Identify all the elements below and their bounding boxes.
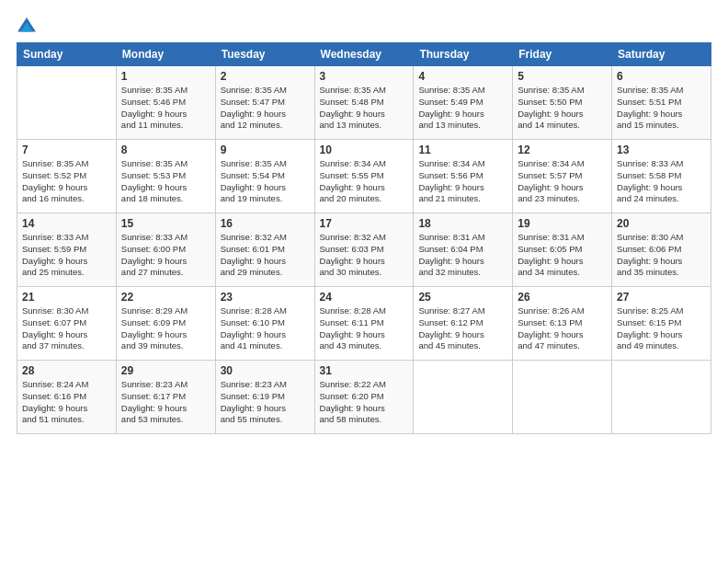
day-number: 10 bbox=[320, 144, 409, 156]
day-info: Sunrise: 8:32 AMSunset: 6:01 PMDaylight:… bbox=[221, 232, 310, 279]
day-number: 1 bbox=[121, 70, 210, 83]
day-cell: 6Sunrise: 8:35 AMSunset: 5:51 PMDaylight… bbox=[612, 66, 711, 140]
day-cell: 31Sunrise: 8:22 AMSunset: 6:20 PMDayligh… bbox=[314, 361, 414, 434]
day-number: 21 bbox=[22, 291, 111, 304]
day-number: 13 bbox=[617, 144, 706, 156]
day-number: 14 bbox=[22, 217, 111, 230]
day-info: Sunrise: 8:31 AMSunset: 6:04 PMDaylight:… bbox=[418, 232, 507, 279]
day-number: 19 bbox=[518, 217, 607, 230]
day-info: Sunrise: 8:25 AMSunset: 6:15 PMDaylight:… bbox=[617, 305, 706, 352]
day-number: 26 bbox=[518, 291, 607, 304]
week-row-2: 7Sunrise: 8:35 AMSunset: 5:52 PMDaylight… bbox=[17, 140, 711, 213]
header-cell-sunday: Sunday bbox=[17, 43, 117, 66]
day-info: Sunrise: 8:35 AMSunset: 5:54 PMDaylight:… bbox=[221, 158, 310, 205]
day-cell: 3Sunrise: 8:35 AMSunset: 5:48 PMDaylight… bbox=[314, 66, 414, 140]
page: SundayMondayTuesdayWednesdayThursdayFrid… bbox=[0, 0, 728, 563]
day-number: 27 bbox=[617, 291, 706, 304]
day-info: Sunrise: 8:35 AMSunset: 5:52 PMDaylight:… bbox=[22, 158, 111, 205]
day-number: 4 bbox=[418, 70, 507, 83]
header-cell-monday: Monday bbox=[116, 43, 215, 66]
header-cell-friday: Friday bbox=[513, 43, 612, 66]
day-number: 28 bbox=[22, 364, 111, 377]
day-info: Sunrise: 8:22 AMSunset: 6:20 PMDaylight:… bbox=[320, 379, 409, 426]
day-info: Sunrise: 8:35 AMSunset: 5:50 PMDaylight:… bbox=[518, 85, 607, 132]
day-info: Sunrise: 8:31 AMSunset: 6:05 PMDaylight:… bbox=[518, 232, 607, 279]
day-number: 9 bbox=[221, 144, 310, 156]
day-info: Sunrise: 8:34 AMSunset: 5:57 PMDaylight:… bbox=[518, 158, 607, 205]
day-info: Sunrise: 8:35 AMSunset: 5:49 PMDaylight:… bbox=[418, 85, 507, 132]
day-cell: 14Sunrise: 8:33 AMSunset: 5:59 PMDayligh… bbox=[17, 213, 117, 287]
day-number: 17 bbox=[320, 217, 409, 230]
day-info: Sunrise: 8:27 AMSunset: 6:12 PMDaylight:… bbox=[418, 305, 507, 352]
day-info: Sunrise: 8:28 AMSunset: 6:10 PMDaylight:… bbox=[221, 305, 310, 352]
day-number: 24 bbox=[320, 291, 409, 304]
day-cell: 23Sunrise: 8:28 AMSunset: 6:10 PMDayligh… bbox=[215, 287, 314, 361]
day-cell: 9Sunrise: 8:35 AMSunset: 5:54 PMDaylight… bbox=[215, 140, 314, 213]
day-cell: 28Sunrise: 8:24 AMSunset: 6:16 PMDayligh… bbox=[17, 361, 117, 434]
day-number: 18 bbox=[418, 217, 507, 230]
header-cell-thursday: Thursday bbox=[414, 43, 513, 66]
day-cell: 1Sunrise: 8:35 AMSunset: 5:46 PMDaylight… bbox=[116, 66, 215, 140]
day-info: Sunrise: 8:30 AMSunset: 6:07 PMDaylight:… bbox=[22, 305, 111, 352]
logo-icon bbox=[17, 17, 37, 37]
day-number: 25 bbox=[418, 291, 507, 304]
day-number: 29 bbox=[121, 364, 210, 377]
day-cell: 18Sunrise: 8:31 AMSunset: 6:04 PMDayligh… bbox=[414, 213, 513, 287]
week-row-4: 21Sunrise: 8:30 AMSunset: 6:07 PMDayligh… bbox=[17, 287, 711, 361]
header bbox=[17, 17, 711, 37]
day-cell: 13Sunrise: 8:33 AMSunset: 5:58 PMDayligh… bbox=[612, 140, 711, 213]
day-info: Sunrise: 8:34 AMSunset: 5:56 PMDaylight:… bbox=[418, 158, 507, 205]
day-info: Sunrise: 8:34 AMSunset: 5:55 PMDaylight:… bbox=[320, 158, 409, 205]
day-info: Sunrise: 8:35 AMSunset: 5:48 PMDaylight:… bbox=[320, 85, 409, 132]
day-number: 6 bbox=[617, 70, 706, 83]
day-number: 23 bbox=[221, 291, 310, 304]
day-number: 11 bbox=[418, 144, 507, 156]
day-info: Sunrise: 8:33 AMSunset: 5:59 PMDaylight:… bbox=[22, 232, 111, 279]
header-row: SundayMondayTuesdayWednesdayThursdayFrid… bbox=[17, 43, 711, 66]
calendar-table: SundayMondayTuesdayWednesdayThursdayFrid… bbox=[17, 42, 711, 434]
week-row-3: 14Sunrise: 8:33 AMSunset: 5:59 PMDayligh… bbox=[17, 213, 711, 287]
day-cell bbox=[513, 361, 612, 434]
day-cell: 12Sunrise: 8:34 AMSunset: 5:57 PMDayligh… bbox=[513, 140, 612, 213]
day-cell: 26Sunrise: 8:26 AMSunset: 6:13 PMDayligh… bbox=[513, 287, 612, 361]
day-cell: 20Sunrise: 8:30 AMSunset: 6:06 PMDayligh… bbox=[612, 213, 711, 287]
day-cell: 21Sunrise: 8:30 AMSunset: 6:07 PMDayligh… bbox=[17, 287, 117, 361]
day-cell: 17Sunrise: 8:32 AMSunset: 6:03 PMDayligh… bbox=[314, 213, 414, 287]
day-info: Sunrise: 8:33 AMSunset: 5:58 PMDaylight:… bbox=[617, 158, 706, 205]
header-cell-tuesday: Tuesday bbox=[215, 43, 314, 66]
header-cell-saturday: Saturday bbox=[612, 43, 711, 66]
day-number: 31 bbox=[320, 364, 409, 377]
logo bbox=[17, 17, 40, 37]
day-number: 16 bbox=[221, 217, 310, 230]
day-cell: 10Sunrise: 8:34 AMSunset: 5:55 PMDayligh… bbox=[314, 140, 414, 213]
day-number: 7 bbox=[22, 144, 111, 156]
day-number: 22 bbox=[121, 291, 210, 304]
day-cell: 24Sunrise: 8:28 AMSunset: 6:11 PMDayligh… bbox=[314, 287, 414, 361]
day-info: Sunrise: 8:28 AMSunset: 6:11 PMDaylight:… bbox=[320, 305, 409, 352]
day-cell: 5Sunrise: 8:35 AMSunset: 5:50 PMDaylight… bbox=[513, 66, 612, 140]
day-cell: 22Sunrise: 8:29 AMSunset: 6:09 PMDayligh… bbox=[116, 287, 215, 361]
day-cell bbox=[414, 361, 513, 434]
day-info: Sunrise: 8:30 AMSunset: 6:06 PMDaylight:… bbox=[617, 232, 706, 279]
day-info: Sunrise: 8:32 AMSunset: 6:03 PMDaylight:… bbox=[320, 232, 409, 279]
day-number: 20 bbox=[617, 217, 706, 230]
day-cell: 30Sunrise: 8:23 AMSunset: 6:19 PMDayligh… bbox=[215, 361, 314, 434]
day-cell: 2Sunrise: 8:35 AMSunset: 5:47 PMDaylight… bbox=[215, 66, 314, 140]
day-info: Sunrise: 8:23 AMSunset: 6:19 PMDaylight:… bbox=[221, 379, 310, 426]
day-info: Sunrise: 8:33 AMSunset: 6:00 PMDaylight:… bbox=[121, 232, 210, 279]
day-cell: 29Sunrise: 8:23 AMSunset: 6:17 PMDayligh… bbox=[116, 361, 215, 434]
day-cell: 15Sunrise: 8:33 AMSunset: 6:00 PMDayligh… bbox=[116, 213, 215, 287]
day-info: Sunrise: 8:26 AMSunset: 6:13 PMDaylight:… bbox=[518, 305, 607, 352]
day-cell: 19Sunrise: 8:31 AMSunset: 6:05 PMDayligh… bbox=[513, 213, 612, 287]
header-cell-wednesday: Wednesday bbox=[314, 43, 414, 66]
day-info: Sunrise: 8:35 AMSunset: 5:51 PMDaylight:… bbox=[617, 85, 706, 132]
day-cell: 27Sunrise: 8:25 AMSunset: 6:15 PMDayligh… bbox=[612, 287, 711, 361]
day-cell: 4Sunrise: 8:35 AMSunset: 5:49 PMDaylight… bbox=[414, 66, 513, 140]
day-cell: 7Sunrise: 8:35 AMSunset: 5:52 PMDaylight… bbox=[17, 140, 117, 213]
day-cell bbox=[17, 66, 117, 140]
day-number: 15 bbox=[121, 217, 210, 230]
day-number: 8 bbox=[121, 144, 210, 156]
day-number: 30 bbox=[221, 364, 310, 377]
day-number: 2 bbox=[221, 70, 310, 83]
week-row-1: 1Sunrise: 8:35 AMSunset: 5:46 PMDaylight… bbox=[17, 66, 711, 140]
